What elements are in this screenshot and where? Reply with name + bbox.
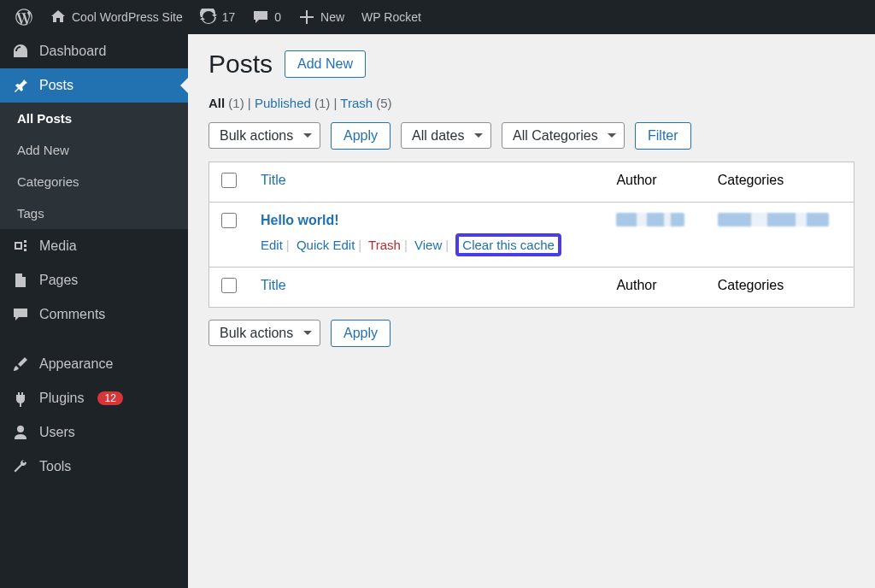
wp-logo[interactable] <box>7 0 41 34</box>
page-icon <box>12 272 29 289</box>
filter-published-count: (1) <box>314 96 330 110</box>
refresh-icon <box>200 9 217 26</box>
table-row: Hello world! Edit| Quick Edit| Trash| Vi… <box>209 203 854 268</box>
menu-users-label: Users <box>39 425 75 440</box>
menu-pages[interactable]: Pages <box>0 263 188 297</box>
clear-cache-highlight: Clear this cache <box>455 233 561 256</box>
wp-rocket-link[interactable]: WP Rocket <box>353 0 430 34</box>
date-filter-select[interactable]: All dates <box>401 122 491 149</box>
filter-button[interactable]: Filter <box>635 122 691 150</box>
submenu-all-posts[interactable]: All Posts <box>0 103 188 134</box>
page-title: Posts <box>208 50 273 79</box>
author-redacted <box>616 213 684 226</box>
filter-all[interactable]: All <box>208 96 225 110</box>
plugins-badge: 12 <box>97 391 122 405</box>
plug-icon <box>12 390 29 407</box>
action-quick-edit[interactable]: Quick Edit <box>297 238 355 252</box>
bulk-actions-select[interactable]: Bulk actions <box>208 122 320 149</box>
col-author-footer: Author <box>604 268 705 308</box>
menu-tools-label: Tools <box>39 459 71 474</box>
apply-button-top[interactable]: Apply <box>331 122 391 150</box>
admin-sidebar: Dashboard Posts All Posts Add New Catego… <box>0 34 188 588</box>
action-view[interactable]: View <box>414 238 442 252</box>
menu-comments[interactable]: Comments <box>0 297 188 332</box>
comment-icon <box>252 9 269 26</box>
action-trash[interactable]: Trash <box>368 238 401 252</box>
posts-submenu: All Posts Add New Categories Tags <box>0 103 188 229</box>
home-icon <box>50 9 67 26</box>
apply-button-bottom[interactable]: Apply <box>331 320 391 347</box>
updates-link[interactable]: 17 <box>191 0 244 34</box>
plus-icon <box>298 9 315 26</box>
comments-count: 0 <box>274 10 281 24</box>
wrench-icon <box>12 458 29 475</box>
row-actions: Edit| Quick Edit| Trash| View| Clear thi… <box>261 233 592 256</box>
col-categories-header: Categories <box>706 162 854 203</box>
wp-rocket-label: WP Rocket <box>361 10 421 24</box>
menu-comments-label: Comments <box>39 307 105 322</box>
bulk-actions-select-bottom[interactable]: Bulk actions <box>208 320 320 346</box>
comment-icon <box>12 306 29 323</box>
filter-all-count: (1) <box>228 96 244 110</box>
comments-link[interactable]: 0 <box>244 0 290 34</box>
media-icon <box>12 238 29 255</box>
admin-bar: Cool WordPress Site 17 0 New WP Rocket <box>0 0 875 34</box>
user-icon <box>12 424 29 441</box>
status-filter-links: All (1) | Published (1) | Trash (5) <box>208 96 854 110</box>
menu-media[interactable]: Media <box>0 229 188 263</box>
row-checkbox[interactable] <box>221 213 237 228</box>
menu-posts[interactable]: Posts <box>0 68 188 103</box>
col-title-header[interactable]: Title <box>261 173 286 187</box>
categories-redacted <box>718 213 829 226</box>
col-author-header: Author <box>604 162 705 203</box>
tablenav-top: Bulk actions Apply All dates All Categor… <box>208 122 854 150</box>
menu-users[interactable]: Users <box>0 415 188 450</box>
updates-count: 17 <box>222 10 236 24</box>
menu-plugins-label: Plugins <box>39 391 84 406</box>
filter-trash[interactable]: Trash <box>340 96 373 110</box>
submenu-add-new[interactable]: Add New <box>0 134 188 166</box>
col-title-footer[interactable]: Title <box>261 278 286 292</box>
new-content-link[interactable]: New <box>290 0 353 34</box>
filter-trash-count: (5) <box>376 96 391 110</box>
action-clear-cache[interactable]: Clear this cache <box>462 238 555 252</box>
add-new-button[interactable]: Add New <box>285 50 366 78</box>
brush-icon <box>12 356 29 373</box>
submenu-categories[interactable]: Categories <box>0 166 188 197</box>
tablenav-bottom: Bulk actions Apply <box>208 320 854 347</box>
menu-plugins[interactable]: Plugins 12 <box>0 381 188 415</box>
dashboard-icon <box>12 43 29 60</box>
menu-appearance[interactable]: Appearance <box>0 347 188 381</box>
action-edit[interactable]: Edit <box>261 238 283 252</box>
row-title-link[interactable]: Hello world! <box>261 213 339 227</box>
menu-dashboard-label: Dashboard <box>39 44 106 59</box>
menu-tools[interactable]: Tools <box>0 450 188 484</box>
menu-media-label: Media <box>39 238 77 254</box>
menu-appearance-label: Appearance <box>39 356 113 372</box>
menu-posts-label: Posts <box>39 78 73 93</box>
select-all-bottom[interactable] <box>221 278 237 293</box>
posts-table: Title Author Categories Hello world! Edi… <box>208 162 854 308</box>
select-all-top[interactable] <box>221 173 237 188</box>
filter-published[interactable]: Published <box>255 96 311 110</box>
category-filter-select[interactable]: All Categories <box>502 122 625 149</box>
new-label: New <box>320 10 344 24</box>
col-categories-footer: Categories <box>706 268 854 308</box>
wordpress-icon <box>15 9 32 26</box>
site-name-link[interactable]: Cool WordPress Site <box>41 0 191 34</box>
site-name: Cool WordPress Site <box>72 10 183 24</box>
pin-icon <box>12 77 29 94</box>
menu-dashboard[interactable]: Dashboard <box>0 34 188 68</box>
menu-pages-label: Pages <box>39 273 78 288</box>
main-content: Posts Add New All (1) | Published (1) | … <box>188 34 875 588</box>
page-header: Posts Add New <box>208 50 854 79</box>
submenu-tags[interactable]: Tags <box>0 197 188 229</box>
